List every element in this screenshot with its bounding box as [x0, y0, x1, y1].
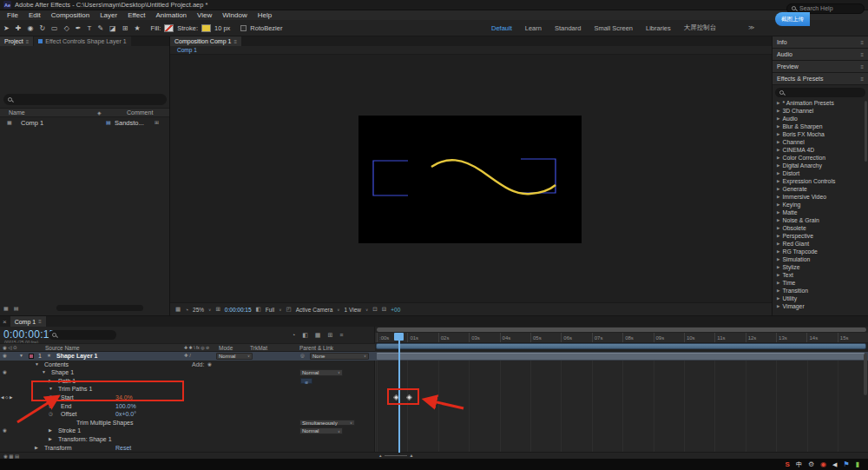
column-comment[interactable]: Comment [127, 109, 153, 116]
folder-icon[interactable]: ▤ [14, 305, 19, 311]
effects-category-item[interactable]: ▶ CINEMA 4D [773, 146, 868, 154]
info-panel-header[interactable]: Info ≡ [773, 36, 868, 49]
layer-color-chip[interactable] [29, 354, 34, 359]
property-label[interactable]: Start [61, 394, 74, 402]
view-layout-dropdown[interactable]: 1 View [345, 307, 361, 313]
menu-item[interactable]: Edit [23, 11, 46, 19]
effects-category-item[interactable]: ▶ Simulation [773, 255, 868, 263]
layer-visibility-eye-icon[interactable]: ◉ [3, 352, 7, 361]
zoom-in-icon[interactable]: ▲ [410, 453, 414, 458]
property-row-offset[interactable]: ◷ Offset 0x+0.0° [0, 410, 375, 419]
composition-mini-flowchart-icon[interactable]: ◔ [292, 332, 295, 338]
effects-category-item[interactable]: ▶ Perspective [773, 232, 868, 240]
property-row-trim-multiple-shapes[interactable]: Trim Multiple Shapes Simultaneously ∨ [0, 419, 375, 427]
effects-category-item[interactable]: ▶ Vimager [773, 302, 868, 310]
effects-search-input[interactable] [775, 88, 865, 97]
menu-item[interactable]: Layer [95, 11, 122, 19]
chevron-right-icon[interactable]: ▶ [777, 288, 779, 293]
panel-menu-icon[interactable]: ≡ [860, 40, 864, 45]
stroke-width-value[interactable]: 10 px [214, 24, 230, 32]
chevron-right-icon[interactable]: ▶ [777, 304, 779, 308]
group-visibility-eye-icon[interactable]: ◉ [3, 427, 7, 435]
zoom-slider[interactable] [385, 455, 407, 456]
tool-icon[interactable]: ✚ [16, 24, 22, 32]
parent-dropdown[interactable]: None ∨ [310, 353, 369, 360]
tab-project[interactable]: Project ≡ [0, 36, 33, 46]
effects-category-item[interactable]: ▶ RG Trapcode [773, 248, 868, 255]
menu-item[interactable]: View [192, 11, 217, 19]
workspace-tab[interactable]: Default [491, 24, 512, 32]
add-keyframe-icon[interactable]: ◇ [5, 395, 8, 400]
zoom-level-dropdown[interactable]: 25% [193, 307, 204, 313]
trim-multiple-shapes-dropdown[interactable]: Simultaneously ∨ [299, 420, 355, 427]
property-row-transform-shape-1[interactable]: ▶ Transform: Shape 1 [0, 435, 375, 444]
panel-menu-icon[interactable]: ≡ [233, 39, 237, 44]
stroke-swatch[interactable] [201, 24, 211, 32]
start-value[interactable]: 34.0% [115, 394, 133, 402]
composition-canvas[interactable] [358, 116, 582, 243]
tab-effect-controls[interactable]: Effect Controls Shape Layer 1 [34, 36, 130, 46]
twirl-open-icon[interactable]: ▼ [19, 352, 23, 361]
property-label[interactable]: Offset [61, 410, 77, 419]
project-item-comp-label[interactable]: Comp 1 [21, 119, 43, 127]
layer-name[interactable]: Shape Layer 1 [56, 352, 97, 361]
property-label[interactable]: Shape 1 [51, 368, 74, 377]
layer-switches-icons[interactable]: ✚ / [184, 352, 191, 361]
chevron-right-icon[interactable]: ▶ [777, 195, 779, 199]
effects-category-item[interactable]: ▶ Expression Controls [773, 177, 868, 185]
column-parent-link[interactable]: Parent & Link [299, 345, 333, 351]
settings-icon[interactable]: ⚙ [808, 459, 814, 470]
tag-column-icon[interactable]: ◈ [97, 109, 102, 116]
property-row-stroke-1[interactable]: ◉ ▶ Stroke 1 Normal ∨ [0, 427, 375, 435]
chevron-right-icon[interactable]: ▶ [777, 296, 779, 301]
chevron-right-icon[interactable]: ▶ [777, 218, 779, 222]
chevron-right-icon[interactable]: ▶ [777, 281, 779, 285]
keyframe-track-area[interactable] [375, 352, 868, 453]
column-mode[interactable]: Mode [219, 345, 233, 351]
twirl-closed-icon[interactable]: ▶ [49, 377, 52, 386]
layer-duration-bar[interactable] [377, 353, 865, 360]
workspace-tab[interactable]: Standard [555, 24, 581, 32]
fill-label[interactable]: Fill: [151, 24, 161, 32]
tool-icon[interactable]: ⊞ [122, 24, 128, 32]
chevron-right-icon[interactable]: ▶ [777, 187, 779, 191]
grid-icon[interactable]: ▦ [175, 306, 181, 313]
stroke-blend-mode-dropdown[interactable]: Normal ∨ [299, 427, 343, 434]
effects-category-item[interactable]: ▶ Time [773, 279, 868, 287]
property-label[interactable]: Transform [44, 444, 72, 453]
horizontal-scrollbar[interactable] [56, 305, 143, 311]
current-timecode[interactable]: 0:00:00:15 [3, 328, 56, 341]
playhead-line[interactable] [398, 333, 400, 453]
menu-item[interactable]: Effect [122, 11, 150, 19]
tool-icon[interactable]: ▭ [51, 24, 58, 32]
chevron-right-icon[interactable]: ▶ [777, 156, 779, 160]
tool-icon[interactable]: ◇ [64, 24, 69, 32]
shape-path-left-segment[interactable] [373, 161, 408, 195]
project-item-row[interactable]: ▦ Comp 1 ▤ Sandsto... ⊞ [0, 118, 169, 128]
sogou-input-icon[interactable]: S [786, 459, 790, 470]
chevron-right-icon[interactable]: ▶ [777, 249, 779, 254]
previous-keyframe-icon[interactable]: ◀ [1, 395, 3, 400]
stopwatch-icon[interactable]: ◷ [49, 402, 53, 411]
chevron-right-icon[interactable]: ▶ [777, 242, 779, 246]
chevron-right-icon[interactable]: ▶ [777, 179, 779, 183]
workspace-tab[interactable]: Small Screen [594, 24, 633, 32]
more-workspaces-icon[interactable]: ≫ [748, 24, 754, 31]
project-item-secondary-label[interactable]: Sandsto... [115, 119, 144, 127]
blend-mode-dropdown[interactable]: Normal ∨ [216, 353, 253, 360]
property-label[interactable]: End [61, 402, 71, 411]
tool-icon[interactable]: ★ [134, 24, 140, 32]
panel-menu-icon[interactable]: ≡ [860, 76, 864, 82]
end-value[interactable]: 100.0% [115, 402, 136, 411]
chevron-right-icon[interactable]: ▶ [777, 210, 779, 215]
trimmed-stroke-curve[interactable] [431, 160, 556, 194]
chevron-right-icon[interactable]: ▶ [777, 109, 779, 113]
timeline-search-input[interactable] [49, 330, 116, 340]
property-label[interactable]: Path 1 [58, 377, 76, 386]
viewer-tab-comp1[interactable]: Comp 1 [177, 47, 197, 53]
effects-category-item[interactable]: ▶ Blur & Sharpen [773, 122, 868, 130]
effects-category-item[interactable]: ▶ Red Giant [773, 240, 868, 248]
effects-category-item[interactable]: ▶ Boris FX Mocha [773, 130, 868, 138]
add-shape-button[interactable]: ◉ [207, 361, 212, 369]
stopwatch-icon[interactable]: ◷ [49, 394, 53, 402]
